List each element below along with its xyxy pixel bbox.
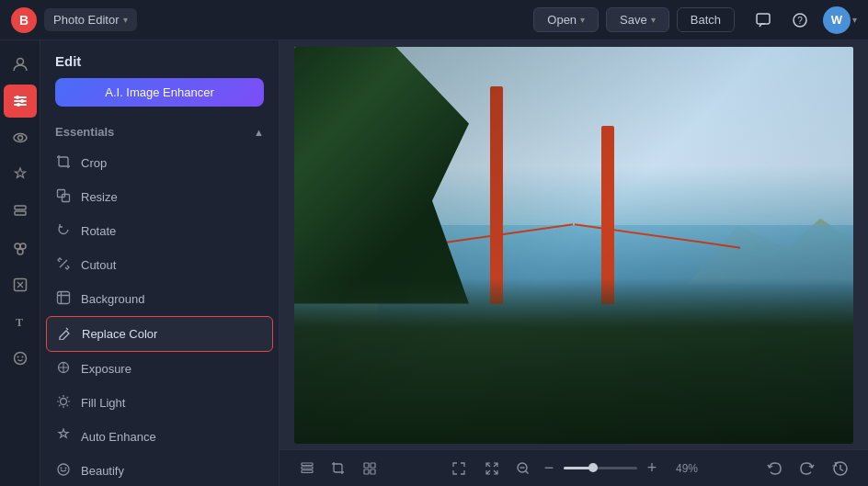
zoom-slider-thumb	[588, 463, 598, 472]
background-icon	[55, 290, 72, 308]
svg-text:T: T	[16, 316, 23, 329]
batch-label: Batch	[691, 13, 721, 27]
batch-button[interactable]: Batch	[677, 7, 735, 32]
svg-point-29	[65, 468, 67, 469]
svg-point-19	[14, 353, 26, 365]
redo-button[interactable]	[794, 456, 820, 481]
rail-text-icon[interactable]: T	[4, 305, 37, 338]
svg-rect-0	[757, 14, 770, 24]
exposure-icon	[55, 360, 72, 378]
sidebar-item-beautify[interactable]: Beautify	[40, 454, 279, 486]
save-chevron: ▾	[651, 15, 656, 25]
essentials-header[interactable]: Essentials ▲	[40, 118, 279, 146]
crop-tool-button[interactable]	[326, 456, 351, 481]
bottom-left-tools	[294, 456, 383, 481]
bottom-right-tools	[761, 456, 853, 481]
zoom-out-button[interactable]	[512, 458, 534, 480]
svg-point-28	[61, 468, 63, 469]
rail-layers-icon[interactable]	[4, 195, 37, 228]
sidebar-title: Edit	[40, 40, 279, 78]
rail-user-icon[interactable]	[4, 48, 37, 81]
open-button[interactable]: Open ▾	[533, 7, 599, 32]
rotate-label: Rotate	[81, 224, 116, 238]
sidebar-item-resize[interactable]: Resize	[40, 180, 279, 214]
auto-enhance-icon	[55, 428, 72, 446]
resize-icon	[55, 188, 72, 206]
rail-group-icon[interactable]	[4, 232, 37, 265]
rail-stickers-icon[interactable]	[4, 342, 37, 375]
svg-point-7	[16, 96, 19, 99]
sidebar-item-background[interactable]: Background	[40, 282, 279, 316]
svg-point-16	[17, 249, 23, 254]
sidebar-item-exposure[interactable]: Exposure	[40, 352, 279, 386]
zoom-controls: − + 49%	[512, 458, 698, 480]
app-title-chevron: ▾	[123, 15, 128, 25]
background-label: Background	[81, 292, 144, 306]
sidebar: Edit A.I. Image Enhancer Essentials ▲ Cr…	[40, 40, 280, 486]
sidebar-item-replace-color[interactable]: Replace Color	[46, 316, 273, 352]
expand-button[interactable]	[479, 456, 505, 481]
chat-button[interactable]	[749, 6, 777, 34]
help-button[interactable]: ?	[786, 6, 814, 34]
chat-icon	[755, 12, 771, 28]
save-button[interactable]: Save ▾	[606, 7, 669, 32]
layers-toggle-button[interactable]	[294, 456, 320, 481]
svg-rect-22	[58, 190, 65, 198]
grid-view-button[interactable]	[357, 456, 383, 481]
svg-point-15	[20, 243, 26, 249]
sidebar-item-cutout[interactable]: Cutout	[40, 248, 279, 282]
svg-point-20	[17, 356, 18, 358]
icon-rail: T	[0, 40, 40, 486]
rail-eye-icon[interactable]	[4, 121, 37, 154]
bottom-center-tools: − + 49%	[446, 456, 698, 481]
zoom-slider-minus[interactable]: −	[538, 458, 560, 480]
ai-enhancer-button[interactable]: A.I. Image Enhancer	[55, 78, 264, 107]
zoom-slider-plus[interactable]: +	[641, 458, 663, 480]
app-title-button[interactable]: Photo Editor ▾	[44, 8, 137, 31]
canvas-area: − + 49%	[280, 40, 868, 486]
sidebar-item-fill-light[interactable]: Fill Light	[40, 386, 279, 420]
svg-point-26	[61, 399, 67, 405]
rail-magic-icon[interactable]	[4, 158, 37, 191]
undo-button[interactable]	[761, 456, 787, 481]
history-button[interactable]	[828, 456, 853, 481]
sidebar-item-crop[interactable]: Crop	[40, 146, 279, 180]
open-label: Open	[547, 13, 577, 27]
sidebar-item-auto-enhance[interactable]: Auto Enhance	[40, 420, 279, 454]
svg-point-11	[17, 136, 22, 141]
essentials-chevron: ▲	[254, 127, 264, 138]
topbar-center: Open ▾ Save ▾ Batch	[533, 7, 735, 32]
app-title-label: Photo Editor	[53, 13, 120, 27]
essentials-label: Essentials	[55, 125, 114, 139]
rotate-icon	[55, 222, 72, 240]
bridge-scene	[294, 47, 853, 444]
beautify-label: Beautify	[81, 464, 124, 478]
rail-effects-icon[interactable]	[4, 268, 37, 301]
zoom-slider[interactable]	[564, 467, 637, 469]
photo-canvas[interactable]	[294, 47, 853, 444]
topbar-right: ? W ▾	[749, 6, 857, 34]
replace-color-icon	[56, 325, 73, 343]
avatar-wrapper: W ▾	[823, 6, 857, 34]
fit-button[interactable]	[446, 456, 472, 481]
beautify-icon	[55, 462, 72, 480]
topbar: B Photo Editor ▾ Open ▾ Save ▾ Batch ?	[0, 0, 868, 40]
svg-rect-32	[302, 470, 313, 473]
fill-light-label: Fill Light	[81, 396, 125, 410]
open-chevron: ▾	[580, 15, 585, 25]
cutout-icon	[55, 256, 72, 274]
sidebar-item-rotate[interactable]: Rotate	[40, 214, 279, 248]
svg-rect-36	[364, 469, 369, 474]
avatar-chevron[interactable]: ▾	[852, 15, 857, 25]
replace-color-label: Replace Color	[82, 327, 157, 341]
svg-text:?: ?	[797, 16, 803, 26]
avatar-button[interactable]: W	[823, 6, 851, 34]
crop-icon	[55, 154, 72, 172]
resize-label: Resize	[81, 190, 118, 204]
zoom-percentage: 49%	[667, 462, 698, 475]
svg-rect-31	[302, 467, 313, 469]
app-logo: B	[11, 7, 37, 33]
rail-adjustments-icon[interactable]	[4, 85, 37, 118]
svg-rect-12	[15, 206, 26, 209]
svg-rect-23	[63, 195, 70, 202]
